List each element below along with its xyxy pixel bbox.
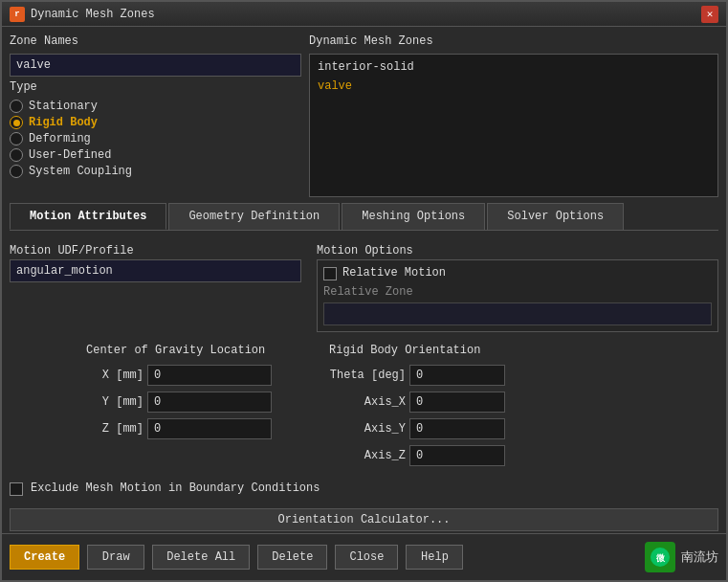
tab-meshing-options[interactable]: Meshing Options xyxy=(342,203,485,230)
motion-udf-label: Motion UDF/Profile xyxy=(10,244,301,257)
main-window: r Dynamic Mesh Zones ✕ Zone Names valve … xyxy=(0,0,728,582)
wechat-icon: 微 xyxy=(650,547,671,568)
gravity-y-label: Y [mm] xyxy=(86,395,143,409)
gravity-z-row: Z [mm] xyxy=(86,418,272,439)
gravity-z-label: Z [mm] xyxy=(86,422,143,436)
axis-y-input[interactable] xyxy=(409,418,505,439)
gravity-label: Center of Gravity Location xyxy=(86,344,272,357)
gravity-y-input[interactable] xyxy=(147,392,272,413)
svg-text:微: 微 xyxy=(655,553,666,564)
relative-zone-dropdown-container xyxy=(323,302,712,325)
window-title: Dynamic Mesh Zones xyxy=(31,8,701,21)
brand-text: 南流坊 xyxy=(681,548,718,566)
motion-options-section: Motion Options Relative Motion Relative … xyxy=(317,244,718,332)
gravity-x-input[interactable] xyxy=(147,365,272,386)
top-section: Zone Names valve Type Stationary xyxy=(10,34,718,197)
theta-row: Theta [deg] xyxy=(329,365,505,386)
motion-options-box: Relative Motion Relative Zone xyxy=(317,259,718,332)
dynamic-mesh-zones-listbox[interactable]: interior-solid valve xyxy=(309,54,718,197)
orientation-calculator-button[interactable]: Orientation Calculator... xyxy=(10,508,718,531)
fields-grid: Center of Gravity Location X [mm] Y [mm]… xyxy=(10,344,718,466)
exclude-mesh-motion-row: Exclude Mesh Motion in Boundary Conditio… xyxy=(10,481,718,497)
motion-udf-section: Motion UDF/Profile angular_motion xyxy=(10,244,301,282)
gravity-y-row: Y [mm] xyxy=(86,392,272,413)
radio-deforming-label: Deforming xyxy=(29,132,91,146)
brand-icon: 微 xyxy=(645,542,675,572)
udf-options-row: Motion UDF/Profile angular_motion Motion… xyxy=(10,244,718,332)
tab-solver-options[interactable]: Solver Options xyxy=(487,203,624,230)
dynamic-mesh-zones-label: Dynamic Mesh Zones xyxy=(309,34,718,48)
radio-stationary-label: Stationary xyxy=(29,100,98,113)
gravity-x-label: X [mm] xyxy=(86,369,143,382)
listbox-item-interior[interactable]: interior-solid xyxy=(314,58,714,76)
relative-motion-row: Relative Motion xyxy=(323,266,712,281)
motion-udf-dropdown[interactable]: angular_motion xyxy=(10,259,301,282)
close-button[interactable]: Close xyxy=(335,545,398,570)
axis-z-row: Axis_Z xyxy=(329,445,505,466)
axis-x-input[interactable] xyxy=(409,392,505,413)
brand-logo: 微 南流坊 xyxy=(645,542,718,572)
create-button[interactable]: Create xyxy=(10,545,79,570)
radio-rigid-body[interactable]: Rigid Body xyxy=(10,116,301,129)
listbox-item-valve[interactable]: valve xyxy=(314,78,714,95)
axis-x-label: Axis_X xyxy=(329,395,406,409)
content-area: Zone Names valve Type Stationary xyxy=(2,27,726,533)
radio-deforming[interactable]: Deforming xyxy=(10,132,301,146)
tabs-bar: Motion Attributes Geometry Definition Me… xyxy=(10,203,718,231)
titlebar: r Dynamic Mesh Zones ✕ xyxy=(2,2,726,27)
relative-zone-dropdown[interactable] xyxy=(323,302,712,325)
axis-z-input[interactable] xyxy=(409,445,505,466)
radio-deforming-circle xyxy=(10,132,23,146)
theta-input[interactable] xyxy=(409,365,505,386)
gravity-z-input[interactable] xyxy=(147,418,272,439)
radio-stationary[interactable]: Stationary xyxy=(10,100,301,113)
type-label: Type xyxy=(10,80,301,94)
motion-options-label: Motion Options xyxy=(317,244,718,257)
radio-rigid-body-dot xyxy=(13,120,20,126)
zone-names-dropdown-container: valve xyxy=(10,54,301,77)
button-bar: Create Draw Delete All Delete Close Help… xyxy=(2,533,726,580)
radio-rigid-body-circle xyxy=(10,116,23,129)
type-section: Stationary Rigid Body Deforming xyxy=(10,100,301,178)
right-panel: Dynamic Mesh Zones interior-solid valve xyxy=(309,34,718,197)
help-button[interactable]: Help xyxy=(406,545,463,570)
radio-user-defined-label: User-Defined xyxy=(29,148,111,162)
draw-button[interactable]: Draw xyxy=(87,545,144,570)
center-of-gravity-group: Center of Gravity Location X [mm] Y [mm]… xyxy=(86,344,272,466)
tab-motion-attributes[interactable]: Motion Attributes xyxy=(10,203,166,230)
exclude-mesh-motion-label: Exclude Mesh Motion in Boundary Conditio… xyxy=(31,481,320,495)
radio-user-defined-circle xyxy=(10,148,23,162)
zone-names-dropdown[interactable]: valve xyxy=(10,54,301,77)
axis-x-row: Axis_X xyxy=(329,392,505,413)
radio-rigid-body-label: Rigid Body xyxy=(29,116,98,129)
zone-names-label: Zone Names xyxy=(10,34,301,48)
tab-geometry-definition[interactable]: Geometry Definition xyxy=(168,203,340,230)
axis-y-label: Axis_Y xyxy=(329,422,406,436)
relative-motion-label: Relative Motion xyxy=(342,266,446,280)
axis-z-label: Axis_Z xyxy=(329,449,406,462)
close-button[interactable]: ✕ xyxy=(701,6,718,23)
radio-stationary-circle xyxy=(10,100,23,113)
exclude-mesh-motion-checkbox[interactable] xyxy=(10,482,23,496)
radio-system-coupling-label: System Coupling xyxy=(29,165,132,178)
motion-udf-dropdown-container: angular_motion xyxy=(10,259,301,282)
theta-label: Theta [deg] xyxy=(329,369,406,382)
left-panel: Zone Names valve Type Stationary xyxy=(10,34,301,197)
gravity-x-row: X [mm] xyxy=(86,365,272,386)
delete-button[interactable]: Delete xyxy=(257,545,327,570)
tab-content: Motion UDF/Profile angular_motion Motion… xyxy=(10,236,718,531)
axis-y-row: Axis_Y xyxy=(329,418,505,439)
rigid-body-orientation-group: Rigid Body Orientation Theta [deg] Axis_… xyxy=(329,344,505,466)
app-icon: r xyxy=(10,7,25,22)
radio-system-coupling[interactable]: System Coupling xyxy=(10,165,301,178)
delete-all-button[interactable]: Delete All xyxy=(152,545,250,570)
orientation-label: Rigid Body Orientation xyxy=(329,344,505,357)
radio-user-defined[interactable]: User-Defined xyxy=(10,148,301,162)
relative-zone-label: Relative Zone xyxy=(323,285,712,299)
relative-motion-checkbox[interactable] xyxy=(323,267,337,280)
radio-system-coupling-circle xyxy=(10,165,23,178)
